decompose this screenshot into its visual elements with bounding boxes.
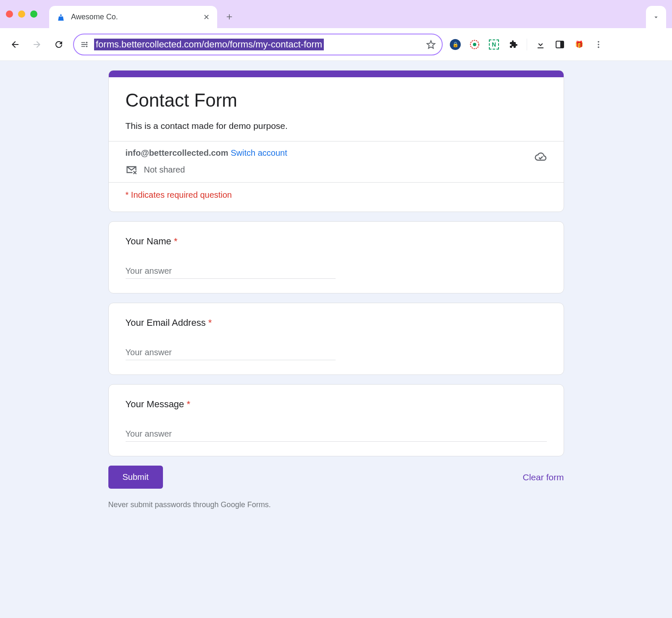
reload-button[interactable] (51, 37, 66, 52)
question-label-text: Your Message (126, 399, 184, 409)
clear-form-link[interactable]: Clear form (522, 472, 564, 482)
svg-rect-5 (560, 41, 564, 48)
message-input[interactable] (126, 427, 547, 442)
back-button[interactable] (8, 37, 23, 52)
account-row: info@bettercollected.com Switch account … (109, 141, 564, 183)
required-star-icon: * (174, 236, 178, 246)
browser-toolbar: forms.bettercollected.com/demo/forms/my-… (0, 28, 672, 61)
svg-point-6 (598, 41, 599, 42)
site-info-icon[interactable] (80, 40, 89, 49)
submit-button[interactable]: Submit (108, 466, 163, 489)
question-label-text: Your Name (126, 236, 171, 246)
required-notice: * Indicates required question (109, 183, 564, 212)
window-close-button[interactable] (6, 10, 13, 18)
name-input[interactable] (126, 264, 336, 279)
window-minimize-button[interactable] (18, 10, 25, 18)
not-shared-label: Not shared (144, 165, 185, 175)
tabs-dropdown-button[interactable] (646, 6, 666, 28)
extension-icon[interactable]: 🎁 (573, 39, 585, 50)
form-container: Contact Form This is a contact made for … (108, 70, 564, 509)
url-text: forms.bettercollected.com/demo/forms/my-… (94, 39, 324, 50)
kebab-menu-icon[interactable] (593, 39, 604, 50)
forward-button[interactable] (29, 37, 45, 52)
tab-favicon (57, 13, 65, 21)
cloud-saved-icon (534, 151, 547, 163)
svg-point-3 (473, 43, 476, 46)
svg-point-1 (86, 45, 88, 47)
required-star-icon: * (186, 399, 190, 409)
tab-title: Awesome Co. (71, 13, 197, 21)
extensions-area: 🔒 N 🎁 (449, 39, 604, 50)
question-label: Your Email Address * (126, 317, 547, 328)
separator (527, 39, 527, 50)
question-card: Your Email Address * (108, 303, 564, 375)
new-tab-button[interactable]: ＋ (220, 8, 238, 25)
form-header-card: Contact Form This is a contact made for … (108, 70, 564, 212)
bookmark-star-icon[interactable] (426, 39, 436, 50)
browser-tab-strip: Awesome Co. ✕ ＋ (0, 0, 672, 28)
account-email: info@bettercollected.com (126, 148, 228, 157)
email-input[interactable] (126, 345, 336, 360)
browser-tab[interactable]: Awesome Co. ✕ (49, 6, 217, 28)
question-label-text: Your Email Address (126, 317, 206, 328)
card-accent-bar (109, 71, 564, 77)
question-label: Your Name * (126, 236, 547, 247)
svg-point-8 (598, 46, 599, 48)
window-maximize-button[interactable] (30, 10, 37, 18)
page-body: Contact Form This is a contact made for … (0, 61, 672, 618)
side-panel-icon[interactable] (554, 39, 566, 50)
question-card: Your Name * (108, 221, 564, 293)
switch-account-link[interactable]: Switch account (231, 148, 287, 157)
footer-warning: Never submit passwords through Google Fo… (108, 500, 564, 509)
form-title: Contact Form (126, 90, 547, 111)
address-bar[interactable]: forms.bettercollected.com/demo/forms/my-… (73, 34, 443, 55)
required-star-icon: * (208, 317, 212, 328)
form-actions: Submit Clear form (108, 466, 564, 489)
extension-icon[interactable]: 🔒 (449, 39, 461, 50)
extension-icon[interactable] (469, 39, 480, 50)
svg-point-0 (86, 42, 88, 43)
svg-point-7 (598, 44, 599, 45)
question-label: Your Message * (126, 399, 547, 410)
extensions-puzzle-icon[interactable] (507, 39, 519, 50)
extension-icon[interactable]: N (488, 39, 500, 50)
window-controls (6, 10, 37, 18)
tab-close-button[interactable]: ✕ (203, 13, 210, 22)
question-card: Your Message * (108, 384, 564, 456)
mail-not-shared-icon (126, 164, 137, 175)
downloads-icon[interactable] (535, 39, 546, 50)
form-description: This is a contact made for demo purpose. (126, 121, 547, 131)
